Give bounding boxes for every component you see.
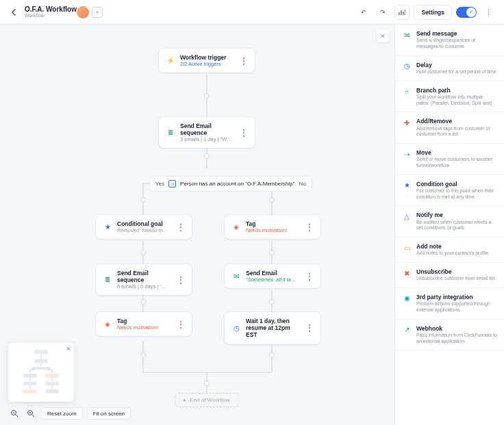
action-title: Add note xyxy=(416,243,497,250)
node-wait[interactable]: ◷ Wait 1 day, then resume at 12pm EST ⋮ xyxy=(225,312,320,344)
action-unsubscribe[interactable]: ✖ Unsubscribe Unsubscribe customer from … xyxy=(395,263,504,288)
settings-button[interactable]: Settings xyxy=(414,5,452,20)
node-conditional-goal[interactable]: ★ Conditional goal Removed "Needs motiva… xyxy=(96,215,192,239)
svg-rect-21 xyxy=(32,367,51,370)
svg-line-33 xyxy=(16,415,18,417)
workflow-subtitle: Workflow xyxy=(25,13,351,18)
action-title: Notify me xyxy=(416,211,497,218)
action-branch-path[interactable]: ⑃ Branch path Split your workflow into m… xyxy=(395,81,504,113)
node-send-email[interactable]: ✉ Send Email "Sometimes, all it takes is… xyxy=(225,264,320,288)
action-icon: ✚ xyxy=(402,118,412,127)
close-panel-button[interactable]: ✕ xyxy=(377,30,389,42)
action-title: 3rd party integration xyxy=(416,294,497,300)
minimap[interactable]: ✕ xyxy=(8,343,74,402)
action-description: Split your workflow into multiple paths.… xyxy=(416,94,497,107)
undo-button[interactable]: ↶ xyxy=(356,5,371,20)
node-condition[interactable]: Yes ☺ Person has an account on "O.F.A-Me… xyxy=(149,176,312,192)
action-notify-me[interactable]: △ Notify me Be notified when customer me… xyxy=(395,206,504,237)
node-more-button[interactable]: ⋮ xyxy=(305,222,314,232)
minimap-close-button[interactable]: ✕ xyxy=(66,346,71,352)
lightning-icon: ⚡ xyxy=(166,56,175,66)
avatar[interactable] xyxy=(77,6,89,18)
zoom-out-button[interactable] xyxy=(8,407,21,420)
action-icon: ⑃ xyxy=(402,87,412,96)
collaborators: + xyxy=(77,6,103,18)
svg-point-7 xyxy=(141,250,146,255)
stack-icon: ≣ xyxy=(103,275,112,285)
action-description: Pass information from ClickFunnels to an… xyxy=(416,333,497,345)
node-more-button[interactable]: ⋮ xyxy=(305,323,314,333)
action-title: Webhook xyxy=(416,325,497,332)
action-title: Move xyxy=(416,149,497,156)
svg-point-5 xyxy=(270,198,275,203)
node-tag-2[interactable]: ◈ Tag Needs motivation! ⋮ xyxy=(96,312,192,336)
workflow-canvas[interactable]: ✕ ⚡ Workflow trigger 2/2 Active triggers… xyxy=(0,25,394,425)
action-3rd-party-integration[interactable]: ◉ 3rd party integration Perform actions … xyxy=(395,288,504,320)
action-add-note[interactable]: ▭ Add note Add notes to your contact's p… xyxy=(395,237,504,263)
stack-icon: ≣ xyxy=(166,128,175,138)
top-bar: O.F.A. Workflow Workflow + ↶ ↷ Settings … xyxy=(0,0,504,25)
action-icon: ✉ xyxy=(402,30,412,40)
stats-button[interactable] xyxy=(394,5,410,20)
svg-point-9 xyxy=(270,250,275,255)
svg-point-14 xyxy=(141,353,146,358)
svg-point-11 xyxy=(141,300,146,305)
node-workflow-trigger[interactable]: ⚡ Workflow trigger 2/2 Active triggers ⋮ xyxy=(159,49,255,73)
node-send-email-sequence-1[interactable]: ≣ Send Email sequence 3 emails | 1 day |… xyxy=(159,117,255,148)
redo-button[interactable]: ↷ xyxy=(375,5,390,20)
workflow-title-block: O.F.A. Workflow Workflow xyxy=(25,5,351,18)
zoom-controls: Reset zoom Fit on screen xyxy=(8,407,131,420)
action-condition-goal[interactable]: ★ Condition goal Put customer to this po… xyxy=(395,175,504,207)
svg-rect-30 xyxy=(23,389,36,394)
action-icon: ▭ xyxy=(402,243,412,253)
action-description: Be notified when customer meets a set co… xyxy=(416,220,497,232)
svg-rect-27 xyxy=(46,381,59,385)
tag-icon: ◈ xyxy=(231,222,241,232)
publish-toggle[interactable] xyxy=(456,7,477,18)
action-title: Branch path xyxy=(416,87,497,94)
action-icon: ★ xyxy=(402,181,412,190)
svg-point-3 xyxy=(205,154,210,159)
svg-rect-17 xyxy=(34,350,47,355)
zoom-in-button[interactable] xyxy=(25,407,37,420)
action-description: Perform actions supported through extern… xyxy=(416,301,497,313)
actions-sidebar: ✉ Send message Send a single/sequences o… xyxy=(394,25,504,425)
node-more-button[interactable]: ⋮ xyxy=(240,56,248,66)
flag-icon: ▸ xyxy=(184,397,186,403)
node-more-button[interactable]: ⋮ xyxy=(177,275,185,285)
action-icon: ◉ xyxy=(402,294,412,303)
top-actions: ↶ ↷ Settings ⋮ xyxy=(356,5,496,20)
action-delay[interactable]: ◷ Delay Hold customer for a set period o… xyxy=(395,56,504,81)
action-send-message[interactable]: ✉ Send message Send a single/sequences o… xyxy=(395,25,504,56)
goal-icon: ★ xyxy=(103,222,112,232)
node-more-button[interactable]: ⋮ xyxy=(177,222,185,232)
node-more-button[interactable]: ⋮ xyxy=(177,320,185,329)
node-more-button[interactable]: ⋮ xyxy=(240,128,248,138)
action-title: Condition goal xyxy=(416,181,497,188)
svg-point-13 xyxy=(270,300,275,305)
fit-on-screen-button[interactable]: Fit on screen xyxy=(87,407,131,420)
end-of-workflow: ▸ End of Workflow xyxy=(175,393,238,407)
node-more-button[interactable]: ⋮ xyxy=(305,272,314,281)
back-button[interactable] xyxy=(8,7,19,18)
clock-icon: ◷ xyxy=(231,323,241,333)
node-tag-1[interactable]: ◈ Tag Needs motivation! ⋮ xyxy=(225,215,320,239)
svg-rect-19 xyxy=(34,359,47,363)
action-icon: ⇢ xyxy=(402,149,412,159)
svg-line-36 xyxy=(32,415,34,417)
svg-rect-31 xyxy=(46,389,59,394)
action-title: Add/Remove xyxy=(416,118,497,125)
action-webhook[interactable]: ↗ Webhook Pass information from ClickFun… xyxy=(395,320,504,351)
action-icon: △ xyxy=(402,211,412,221)
action-description: Put customer to this point when their co… xyxy=(416,188,497,201)
action-description: Send a single/sequences of messages to c… xyxy=(416,38,497,50)
workflow-title: O.F.A. Workflow xyxy=(25,5,351,13)
action-move[interactable]: ⇢ Move Send or move customers to another… xyxy=(395,144,504,175)
add-collaborator-button[interactable]: + xyxy=(92,7,103,18)
more-menu-button[interactable]: ⋮ xyxy=(481,5,496,20)
node-send-email-sequence-2[interactable]: ≣ Send Email sequence 6 emails | 6 days … xyxy=(96,264,192,295)
action-add-remove[interactable]: ✚ Add/Remove Add/remove tags from custom… xyxy=(395,112,504,144)
reset-zoom-button[interactable]: Reset zoom xyxy=(41,407,83,420)
action-description: Hold customer for a set period of time xyxy=(416,69,497,75)
action-title: Delay xyxy=(416,62,497,68)
